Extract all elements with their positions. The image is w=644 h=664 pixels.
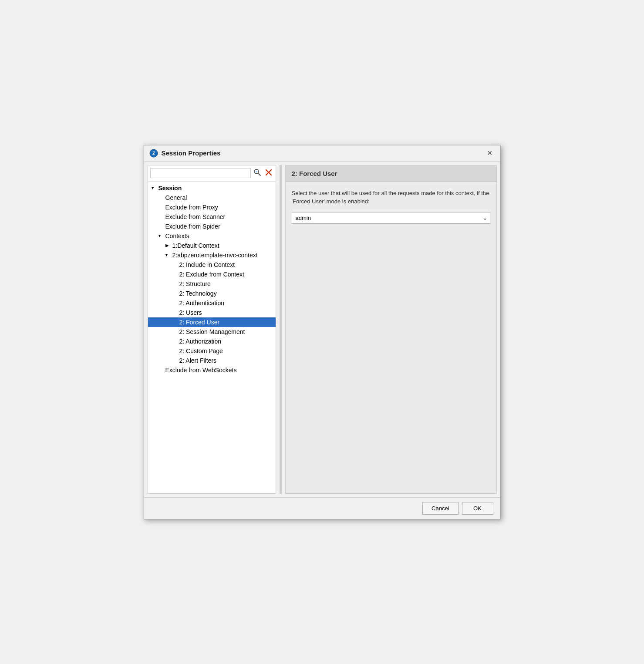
search-bar [148,165,276,182]
chevron-icon-contexts: ▾ [158,233,164,238]
tree-item-label-contexts: Contexts [165,233,189,239]
tree-item-include-context[interactable]: 2: Include in Context [148,260,276,270]
right-panel-body: Select the user that will be used for al… [286,182,496,493]
svg-text:Z: Z [152,151,155,156]
tree-item-label-exclude-scanner: Exclude from Scanner [165,213,226,220]
tree-item-label-default-context: 1:Default Context [172,242,219,249]
close-button[interactable]: ✕ [484,149,495,158]
title-bar: Z Session Properties ✕ [144,145,500,162]
tree-item-users[interactable]: 2: Users [148,308,276,317]
tree-item-authentication[interactable]: 2: Authentication [148,298,276,308]
tree-item-structure[interactable]: 2: Structure [148,279,276,289]
zap-logo-icon: Z [149,149,158,158]
title-bar-left: Z Session Properties [149,149,221,158]
tree-item-exclude-spider[interactable]: Exclude from Spider [148,222,276,231]
tree-item-label-general: General [165,194,187,201]
tree-item-label-exclude-proxy: Exclude from Proxy [165,204,218,211]
left-panel: ▾SessionGeneralExclude from ProxyExclude… [148,165,276,494]
search-icon [253,169,261,176]
user-dropdown-container: admin ⌄ [292,212,490,224]
tree-item-label-users: 2: Users [179,309,202,316]
tree-item-label-exclude-websockets: Exclude from WebSockets [165,367,237,374]
tree-item-label-exclude-spider: Exclude from Spider [165,223,220,230]
dialog-title: Session Properties [162,149,221,157]
svg-point-4 [256,171,257,172]
tree-item-label-structure: 2: Structure [179,280,211,287]
tree-item-label-exclude-context: 2: Exclude from Context [179,271,244,278]
chevron-icon-session: ▾ [152,185,157,190]
right-panel: 2: Forced User Select the user that will… [285,165,497,494]
tree-item-contexts[interactable]: ▾Contexts [148,231,276,241]
tree-item-authorization[interactable]: 2: Authorization [148,337,276,346]
tree-item-custom-page[interactable]: 2: Custom Page [148,346,276,356]
main-content: ▾SessionGeneralExclude from ProxyExclude… [144,162,500,497]
tree-item-label-abpzero-context: 2:abpzerotemplate-mvc-context [172,252,258,259]
tree-item-label-forced-user: 2: Forced User [179,319,220,326]
tree-item-session-mgmt[interactable]: 2: Session Management [148,327,276,337]
tree-item-label-session-mgmt: 2: Session Management [179,328,245,335]
forced-user-description: Select the user that will be used for al… [292,189,490,206]
tree-item-label-technology: 2: Technology [179,290,217,297]
tree-item-exclude-context[interactable]: 2: Exclude from Context [148,270,276,279]
tree-item-label-authentication: 2: Authentication [179,300,225,307]
tree-item-exclude-proxy[interactable]: Exclude from Proxy [148,202,276,212]
tree-item-exclude-scanner[interactable]: Exclude from Scanner [148,212,276,222]
search-input[interactable] [150,168,251,178]
cancel-button[interactable]: Cancel [422,502,458,515]
tree-item-general[interactable]: General [148,193,276,202]
user-select[interactable]: admin [292,212,490,224]
tree-item-exclude-websockets[interactable]: Exclude from WebSockets [148,365,276,375]
right-panel-header: 2: Forced User [286,165,496,182]
ok-button[interactable]: OK [462,502,493,515]
svg-line-3 [258,173,260,175]
tree-item-abpzero-context[interactable]: ▾2:abpzerotemplate-mvc-context [148,250,276,260]
footer: Cancel OK [144,497,500,519]
tree-item-technology[interactable]: 2: Technology [148,289,276,298]
panel-divider[interactable] [280,165,282,494]
tree-item-forced-user[interactable]: 2: Forced User [148,317,276,327]
tree-item-session[interactable]: ▾Session [148,183,276,193]
tree-item-label-include-context: 2: Include in Context [179,261,235,268]
tree-item-label-session: Session [158,185,182,192]
chevron-icon-abpzero-context: ▾ [165,253,171,257]
clear-icon [265,169,273,176]
tree-area: ▾SessionGeneralExclude from ProxyExclude… [148,182,276,493]
tree-item-label-alert-filters: 2: Alert Filters [179,357,217,364]
tree-item-label-custom-page: 2: Custom Page [179,347,223,354]
clear-search-button[interactable] [264,168,273,179]
chevron-icon-default-context: ▶ [165,243,171,248]
tree-item-alert-filters[interactable]: 2: Alert Filters [148,356,276,365]
session-properties-dialog: Z Session Properties ✕ [144,145,501,519]
tree-item-label-authorization: 2: Authorization [179,338,222,345]
tree-item-default-context[interactable]: ▶1:Default Context [148,241,276,250]
search-button[interactable] [253,168,262,179]
